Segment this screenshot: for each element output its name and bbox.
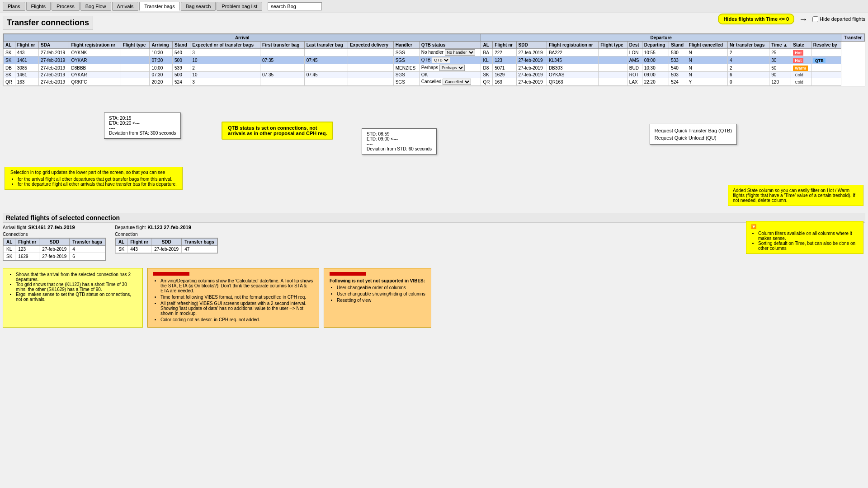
arr-flight: 3085 bbox=[15, 64, 38, 72]
rel-arr-bags: 4 bbox=[70, 246, 105, 253]
dep-departing: 08:00 bbox=[642, 56, 669, 64]
dep-sdd: 27-feb-2019 bbox=[516, 78, 547, 86]
arr-arriving: 20:20 bbox=[150, 78, 173, 86]
red-bar-1 bbox=[153, 272, 189, 276]
col-arr-flight: Flight nr bbox=[15, 42, 38, 49]
rel-dep-sdd-header: SDD bbox=[151, 239, 182, 246]
arr-exp-del bbox=[348, 49, 394, 56]
dep-dest: LAX bbox=[627, 78, 642, 86]
related-departure-row[interactable]: SK 443 27-feb-2019 47 bbox=[115, 246, 217, 253]
table-row[interactable]: SK 1461 27-feb-2019 OYKAR 07:30 500 10 0… bbox=[4, 72, 865, 78]
col-dep-resolve: Resolve by bbox=[811, 42, 841, 49]
related-content: Arrival flight SK1461 27-feb-2019 Connec… bbox=[3, 225, 865, 261]
rel-dep-flight: 443 bbox=[127, 246, 151, 253]
dep-time: 120 bbox=[769, 78, 791, 86]
col-dep-cancelled: Flight cancelled bbox=[687, 42, 727, 49]
dep-al: SK bbox=[481, 72, 493, 78]
selection-title: Selection in top grid updates the lower … bbox=[10, 170, 177, 175]
rel-arr-sdd: 27-feb-2019 bbox=[39, 246, 70, 253]
sep-line1: ---- bbox=[109, 126, 176, 131]
related-arrival-row[interactable]: KL 123 27-feb-2019 4 bbox=[4, 246, 105, 253]
nav-arrivals[interactable]: Arrivals bbox=[112, 2, 139, 11]
bottom-ann3-title: Following is not yet not supported in VI… bbox=[330, 278, 425, 283]
nav-flights[interactable]: Flights bbox=[26, 2, 51, 11]
arr-sda: 27-feb-2019 bbox=[39, 64, 69, 72]
qtb-select[interactable]: Cancelled bbox=[443, 79, 471, 85]
related-arrival-row[interactable]: SK 1629 27-feb-2019 6 bbox=[4, 253, 105, 260]
dep-resolve bbox=[811, 72, 841, 78]
nav-plans[interactable]: Plans bbox=[3, 2, 25, 11]
nav-bogflow[interactable]: Bog Flow bbox=[80, 2, 111, 11]
table-row[interactable]: SK 1461 27-feb-2019 OYKAR 07:30 500 10 0… bbox=[4, 56, 865, 64]
arr-al: SK bbox=[4, 56, 15, 64]
qtb-select[interactable]: Perhaps bbox=[439, 65, 465, 71]
arr-first bbox=[260, 64, 305, 72]
dep-departing: 22:20 bbox=[642, 78, 669, 86]
arr-arriving: 10:00 bbox=[150, 64, 173, 72]
col-dep-flight: Flight nr bbox=[493, 42, 516, 49]
hide-flights-btn[interactable]: Hides flights with Time <= 0 bbox=[718, 14, 794, 24]
qtb-cell[interactable]: Cancelled Cancelled bbox=[419, 78, 481, 86]
dep-nr-bags: 4 bbox=[728, 56, 769, 64]
dep-time: 30 bbox=[769, 56, 791, 64]
dep-nr-bags: 0 bbox=[728, 78, 769, 86]
red-bar-2 bbox=[330, 272, 366, 276]
qtb-cell[interactable]: QTB QTB bbox=[419, 56, 481, 64]
rel-arr-al-header: AL bbox=[4, 239, 15, 246]
search-input[interactable] bbox=[268, 2, 322, 10]
table-row[interactable]: QR 163 27-feb-2019 QRKFC 20:20 524 3 SGS… bbox=[4, 78, 865, 86]
arr-handler: SGS bbox=[393, 72, 419, 78]
arr-flight: 163 bbox=[15, 78, 38, 86]
qtb-cell[interactable]: No handler No handler bbox=[419, 49, 481, 56]
nav-bag-search[interactable]: Bag search bbox=[181, 2, 216, 11]
col-arr-expected-nr: Expected nr of transfer bags bbox=[190, 42, 260, 49]
dep-type bbox=[599, 56, 627, 64]
bottom-ann2-item3: All (self refreshing) VIBES GUI screens … bbox=[160, 301, 313, 316]
dep-sdd: 27-feb-2019 bbox=[516, 64, 547, 72]
dep-cancelled: N bbox=[687, 64, 727, 72]
bottom-annotations: Shows that the arrival from the selected… bbox=[3, 268, 865, 328]
dep-dest: LON bbox=[627, 49, 642, 56]
nav-problem-bag-list[interactable]: Problem bag list bbox=[217, 2, 262, 11]
filter-item-2: Sorting default on Time, but can also be… bbox=[758, 241, 859, 251]
arr-first bbox=[260, 78, 305, 86]
qtb-option-1[interactable]: Request Quick Transfer Bag (QTB) bbox=[655, 127, 732, 134]
arr-handler: MENZIES bbox=[393, 64, 419, 72]
arr-handler: SGS bbox=[393, 78, 419, 86]
arr-exp-del bbox=[348, 64, 394, 72]
col-arr-last: Last transfer bag bbox=[304, 42, 348, 49]
col-dep-time: Time ▲ bbox=[769, 42, 791, 49]
hide-departed-checkbox[interactable] bbox=[812, 16, 818, 22]
qtb-select[interactable]: QTB bbox=[432, 57, 450, 63]
hide-departed-label: Hide departed flights bbox=[820, 16, 865, 22]
dep-nr-bags: 2 bbox=[728, 64, 769, 72]
dep-stand: 503 bbox=[669, 72, 687, 78]
dep-sdd: 27-feb-2019 bbox=[516, 56, 547, 64]
dep-cancelled: N bbox=[687, 49, 727, 56]
bottom-ann3-item3: Resetting of view bbox=[337, 298, 425, 303]
dep-dest: BUD bbox=[627, 64, 642, 72]
arr-al: SK bbox=[4, 72, 15, 78]
arr-stand: 539 bbox=[173, 64, 190, 72]
qtb-option-2[interactable]: Request Quick Unload (QU) bbox=[655, 134, 732, 141]
qtb-cell[interactable]: Perhaps Perhaps bbox=[419, 64, 481, 72]
table-row[interactable]: SK 443 27-feb-2019 OYKNK 10:30 540 3 SGS… bbox=[4, 49, 865, 56]
std-line: STD: 08:59 bbox=[367, 131, 432, 136]
arr-last bbox=[304, 49, 348, 56]
nav-process[interactable]: Process bbox=[52, 2, 80, 11]
nav-transfer-bags[interactable]: Transfer bags bbox=[139, 2, 179, 11]
dep-al: BA bbox=[481, 49, 493, 56]
dep-state: Hot bbox=[791, 56, 811, 64]
qtb-select[interactable]: No handler bbox=[445, 49, 475, 56]
qtb-cell[interactable]: OK bbox=[419, 72, 481, 78]
connections-label: Connections bbox=[3, 232, 106, 237]
dep-cancelled: N bbox=[687, 56, 727, 64]
dep-time: 90 bbox=[769, 72, 791, 78]
dev-line1: Deviation from STA: 300 seconds bbox=[109, 131, 176, 136]
rel-arr-flight: 123 bbox=[15, 246, 39, 253]
table-row[interactable]: DB 3085 27-feb-2019 D8BBB 10:00 539 2 ME… bbox=[4, 64, 865, 72]
dep-flight: 1629 bbox=[493, 72, 516, 78]
dep-al: D8 bbox=[481, 64, 493, 72]
bottom-ann1-item1: Shows that the arrival from the selected… bbox=[16, 272, 137, 282]
filter-annotation: 🔽 Column filters available on all column… bbox=[746, 221, 863, 254]
